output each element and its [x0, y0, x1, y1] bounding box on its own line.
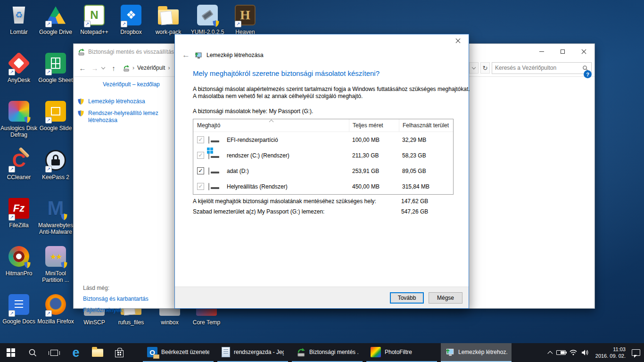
desktop-icon-yumi[interactable]: YUMI-2.0.2.5	[186, 4, 229, 35]
backup-app-icon	[296, 347, 305, 357]
taskbar-button-system-image[interactable]: Lemezkép létrehoz...	[441, 343, 512, 362]
start-button[interactable]	[0, 343, 22, 362]
desktop-icon-google-slides[interactable]: ↗ Google Slide	[34, 100, 77, 132]
checkbox-disabled-checked: ✓	[197, 136, 204, 143]
search-box[interactable]	[492, 62, 592, 74]
free-space-label: Szabad lemezterület a(z) My Passport (G:…	[193, 208, 401, 215]
up-icon[interactable]: ↑	[107, 64, 120, 72]
refresh-button[interactable]: ↻	[480, 62, 490, 74]
table-row[interactable]: ✓ rendszer (C:) (Rendszer) 211,30 GB 58,…	[193, 148, 453, 163]
tray-chevron-icon[interactable]	[547, 351, 553, 356]
shortcut-arrow-icon: ↗	[8, 310, 15, 317]
desktop-icon-work-pack[interactable]: work-pack	[147, 4, 190, 35]
minimize-button[interactable]	[531, 44, 552, 59]
shortcut-arrow-icon: ↗	[45, 69, 52, 75]
desktop-icon-firefox[interactable]: ↗ Mozilla Firefox	[34, 293, 77, 325]
ccleaner-icon: C↗	[8, 149, 30, 172]
breadcrumb-sep-icon: ›	[168, 65, 170, 71]
shortcut-arrow-icon: ↗	[235, 21, 241, 27]
file-explorer-icon	[92, 349, 103, 357]
breadcrumb[interactable]: › Vezérlőpult ›	[123, 65, 170, 72]
action-center-icon[interactable]	[632, 349, 640, 356]
dialog-close-button[interactable]	[447, 34, 469, 48]
close-button[interactable]	[573, 44, 594, 59]
notepadpp-icon: N↗	[83, 4, 106, 26]
help-icon[interactable]: ?	[584, 70, 592, 78]
taskbar-button-outlook[interactable]: O Beérkezett üzenete...	[143, 343, 214, 362]
window-title: Biztonsági mentés és visszaállítás (W	[88, 49, 183, 55]
windows-flag-icon	[207, 148, 213, 154]
search-input[interactable]	[495, 65, 582, 71]
desktop-icon-malwarebytes[interactable]: M Malwarebytes Anti-Malware	[34, 197, 77, 235]
taskbar-button-photofiltre[interactable]: PhotoFiltre	[366, 343, 437, 362]
google-docs-icon: ↗	[8, 293, 30, 316]
sidebar-create-repair-disc[interactable]: Rendszer-helyreállító lemez létrehozása	[77, 110, 167, 124]
drive-table: Meghajtó Teljes méret Felhasznált terüle…	[193, 119, 454, 195]
desktop-icon-keepass[interactable]: ↗ KeePass 2	[34, 149, 77, 181]
uac-shield-icon	[24, 261, 31, 269]
backup-target-line: A biztonsági másolatok helye: My Passpor…	[193, 108, 469, 115]
system-drive-icon	[208, 152, 223, 159]
sidebar-control-panel-home[interactable]: Vezérlőpult – kezdőlap	[103, 81, 160, 88]
taskbar-explorer-button[interactable]	[87, 343, 108, 362]
sidebar-create-system-image[interactable]: Lemezkép létrehozása	[77, 98, 167, 105]
notepad-icon	[222, 347, 230, 357]
maximize-button[interactable]	[552, 44, 573, 59]
heaven-icon: H↗	[234, 4, 256, 26]
checkbox-disabled-checked: ✓	[197, 152, 204, 159]
cancel-button[interactable]: Mégse	[429, 292, 462, 304]
sidebar-security-maintenance[interactable]: Biztonság és karbantartás	[83, 296, 173, 303]
volume-icon[interactable]	[581, 349, 589, 356]
folder-icon	[157, 4, 180, 26]
google-slides-icon: ↗	[44, 100, 67, 123]
desktop-icon-google-drive[interactable]: ↗ Google Drive	[34, 4, 77, 35]
store-icon	[115, 350, 124, 357]
minitool-icon: ★★	[44, 245, 67, 268]
shortcut-arrow-icon: ↗	[84, 21, 91, 27]
system-tray: 11:03 2016. 09. 02.	[549, 343, 644, 362]
back-icon[interactable]: ←	[76, 64, 89, 72]
system-image-icon	[445, 347, 454, 357]
shortcut-arrow-icon: ↗	[121, 21, 127, 27]
battery-icon[interactable]	[556, 350, 566, 355]
taskbar-button-notepad[interactable]: rendszergazda - Jeg...	[217, 343, 288, 362]
dialog-back-icon[interactable]: ←	[182, 50, 190, 60]
address-dropdown-button[interactable]	[469, 62, 479, 74]
taskbar-app-buttons: O Beérkezett üzenete... rendszergazda - …	[143, 343, 512, 362]
required-space-label: A kijelölt meghajtók biztonsági másolatá…	[193, 198, 401, 205]
wifi-icon[interactable]	[569, 349, 578, 356]
backup-app-icon	[77, 48, 85, 56]
desktop-icon-google-sheets[interactable]: ↗ Google Sheet	[34, 52, 77, 83]
task-view-button[interactable]	[43, 343, 65, 362]
desktop-icon-notepadpp[interactable]: N↗ Notepad++	[73, 4, 116, 35]
sidebar-file-history[interactable]: Fájlelőzmények	[83, 307, 173, 314]
taskbar-search-button[interactable]	[22, 343, 43, 362]
uac-shield-icon	[60, 261, 68, 269]
taskbar-clock[interactable]: 11:03 2016. 09. 02.	[595, 346, 626, 359]
filezilla-icon: Fz↗	[8, 197, 30, 220]
breadcrumb-control-panel[interactable]: Vezérlőpult	[137, 65, 165, 71]
taskbar-button-backup[interactable]: Biztonsági mentés ...	[292, 343, 363, 362]
history-chevron-icon[interactable]	[101, 66, 105, 69]
table-row[interactable]: ✓ Helyreállítás (Rendszer) 450,00 MB 315…	[193, 179, 453, 194]
shortcut-arrow-icon: ↗	[45, 21, 52, 27]
forward-icon[interactable]: →	[89, 64, 101, 72]
breadcrumb-sep-icon: ›	[132, 65, 134, 71]
checkbox-checked[interactable]: ✓	[197, 167, 204, 174]
column-header-used-space[interactable]: Felhasznált terület	[399, 119, 453, 132]
uac-shield-icon	[24, 116, 31, 123]
table-row[interactable]: ✓ adat (D:) 253,91 GB 89,05 GB	[193, 163, 453, 179]
taskbar-store-button[interactable]	[108, 343, 130, 362]
windows-logo-icon	[7, 348, 15, 357]
outlook-icon: O	[147, 347, 157, 357]
uac-shield-icon	[77, 98, 84, 105]
next-button[interactable]: Tovább	[390, 292, 424, 304]
taskbar-edge-button[interactable]: e	[65, 343, 87, 362]
desktop-icon-minitool[interactable]: ★★ MiniTool Partition ...	[34, 245, 77, 283]
column-header-total-size[interactable]: Teljes méret	[349, 119, 399, 132]
desktop-icon-heaven[interactable]: H↗ Heaven	[224, 4, 266, 35]
table-row[interactable]: ✓ EFI-rendszerpartíció 100,00 MB 32,29 M…	[193, 132, 453, 148]
firefox-icon: ↗	[44, 293, 67, 316]
desktop-icon-dropbox[interactable]: ❖↗ Dropbox	[110, 4, 152, 35]
dialog-titlebar	[175, 34, 469, 48]
